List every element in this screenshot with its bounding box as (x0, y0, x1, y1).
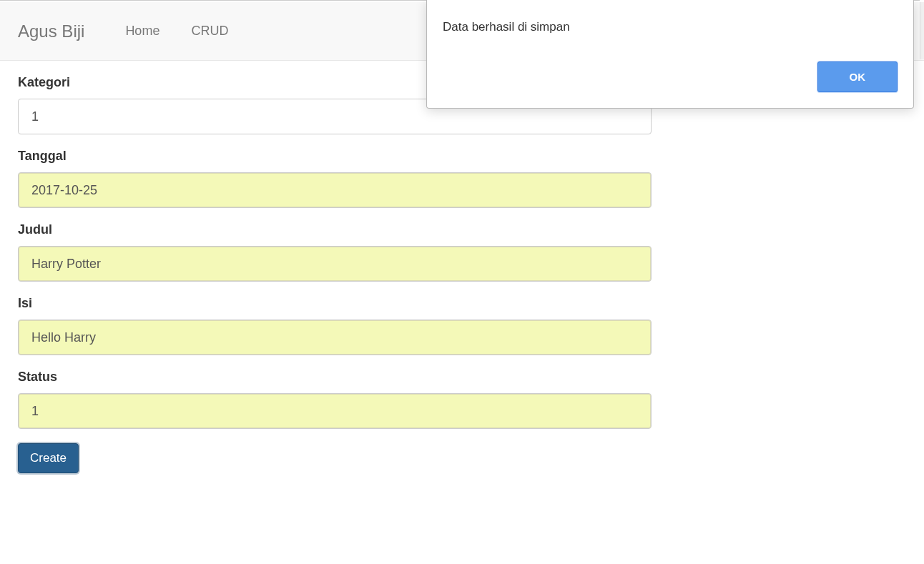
input-judul[interactable] (18, 246, 652, 282)
nav-item-crud: CRUD (175, 13, 244, 49)
create-button[interactable]: Create (18, 443, 79, 473)
form-group-status: Status (18, 370, 654, 429)
nav-item-home: Home (109, 13, 175, 49)
form-group-tanggal: Tanggal (18, 149, 654, 208)
form-group-judul: Judul (18, 222, 654, 282)
input-status[interactable] (18, 393, 652, 429)
form-container: Kategori Tanggal Judul Isi Status Create (0, 61, 672, 488)
scrollbar-gutter (920, 2, 924, 59)
alert-actions: OK (443, 61, 898, 92)
alert-ok-button[interactable]: OK (817, 61, 898, 92)
input-tanggal[interactable] (18, 172, 652, 208)
label-status: Status (18, 370, 654, 385)
brand-link[interactable]: Agus Biji (11, 11, 95, 52)
nav-list: Home CRUD (109, 13, 244, 49)
nav-link-home[interactable]: Home (109, 13, 175, 49)
form-group-isi: Isi (18, 296, 654, 355)
alert-message: Data berhasil di simpan (443, 20, 898, 34)
label-isi: Isi (18, 296, 654, 311)
alert-dialog: localhost says: Data berhasil di simpan … (426, 0, 914, 109)
nav-link-crud[interactable]: CRUD (175, 13, 244, 49)
label-judul: Judul (18, 222, 654, 237)
input-isi[interactable] (18, 320, 652, 355)
label-tanggal: Tanggal (18, 149, 654, 164)
